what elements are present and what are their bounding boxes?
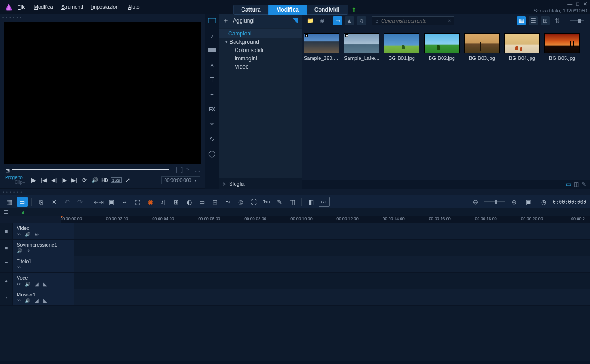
tl-list-toggle[interactable]: ☰ <box>4 209 8 215</box>
track-body-title[interactable] <box>74 256 590 272</box>
tl-color-button[interactable]: ◧ <box>306 197 317 207</box>
link-icon[interactable]: ⚯ <box>17 298 20 303</box>
tl-motion-button[interactable]: ⤳ <box>222 197 233 207</box>
mute-icon[interactable]: 🔊 <box>17 248 22 253</box>
cat-audio-icon[interactable]: ♪ <box>207 30 217 41</box>
mark-in-icon[interactable]: [ <box>176 166 177 173</box>
hd-toggle[interactable]: HD <box>100 178 109 183</box>
tl-tools-button[interactable]: ✕ <box>48 197 59 207</box>
track-head-voice[interactable]: Voce ⚯🔊◢◣ <box>13 273 74 289</box>
mode-tab-share[interactable]: Condividi <box>307 5 348 15</box>
zoom-slider[interactable] <box>484 201 505 202</box>
fx-icon[interactable]: ※ <box>27 248 30 253</box>
zoom-fit-button[interactable]: ▣ <box>523 197 534 207</box>
track-body-voice[interactable] <box>74 273 590 289</box>
tl-stretch-button[interactable]: ↔ <box>119 197 130 207</box>
fade-out-icon[interactable]: ◣ <box>43 298 47 303</box>
browse-button[interactable]: ⎘ Sfoglia <box>219 178 302 189</box>
panel-grip[interactable]: • • • • • • <box>0 14 205 21</box>
thumb-item[interactable]: BG-B03.jpg <box>464 33 500 61</box>
zoom-out-button[interactable]: ⊖ <box>470 197 481 207</box>
tl-split-screen-button[interactable]: ◫ <box>287 197 298 207</box>
mute-icon[interactable]: 🔊 <box>25 232 30 237</box>
aspect-ratio[interactable]: 16:9 <box>111 177 122 183</box>
tl-copy-attrs-button[interactable]: ⎘ <box>35 197 47 207</box>
cat-titles-icon[interactable]: A <box>207 60 217 70</box>
view-thumb-button[interactable]: ▦ <box>517 16 526 25</box>
thumb-item[interactable]: BG-B04.jpg <box>504 33 540 61</box>
tl-clock-icon[interactable]: ◷ <box>538 197 549 207</box>
track-head-overlay[interactable]: Sovrimpressione1 🔊※ <box>13 240 74 256</box>
track-body-music[interactable] <box>74 289 590 305</box>
menu-tools[interactable]: Strumenti <box>61 4 83 10</box>
track-head-video[interactable]: Video ⚯🔊※ <box>13 223 74 239</box>
cat-motion-icon[interactable]: ∿ <box>207 134 217 144</box>
menu-settings[interactable]: Impostazioni <box>91 4 120 10</box>
step-back-button[interactable]: ◀| <box>50 177 58 183</box>
step-forward-button[interactable]: |▶ <box>60 177 68 183</box>
close-button[interactable]: ✕ <box>583 1 587 7</box>
tl-multi-button[interactable]: ⊞ <box>171 197 182 207</box>
cat-overlays-icon[interactable]: ✦ <box>207 89 217 100</box>
tl-crop-button[interactable]: ⬚ <box>132 197 143 207</box>
fx-icon[interactable]: ※ <box>35 232 39 237</box>
mute-icon[interactable]: 🔊 <box>25 298 30 303</box>
import-folder-button[interactable]: 📁 <box>306 16 315 25</box>
filter-photo-button[interactable]: ▲ <box>345 16 354 25</box>
mode-tab-edit[interactable]: Modifica <box>268 5 307 15</box>
view-grid-button[interactable]: ⊞ <box>541 16 550 25</box>
tree-node-background[interactable]: ▾Background <box>219 38 302 46</box>
tree-node-samples[interactable]: Campioni <box>219 29 302 38</box>
tl-audio-button[interactable]: ♪| <box>158 197 169 207</box>
fade-in-icon[interactable]: ◢ <box>35 282 39 287</box>
volume-button[interactable]: 🔊 <box>90 177 99 183</box>
link-icon[interactable]: ⚯ <box>17 282 20 287</box>
add-media-button[interactable]: ＋ Aggiungi <box>219 14 302 28</box>
status-edit-icon[interactable]: ✎ <box>582 181 586 188</box>
mode-clip-label[interactable]: Clip– <box>5 180 25 185</box>
tl-pan-zoom-button[interactable]: ⛶ <box>248 197 259 207</box>
link-icon[interactable]: ⚯ <box>17 232 20 237</box>
cat-transitions-icon[interactable] <box>207 45 217 55</box>
cat-magic-icon[interactable]: ✧ <box>207 119 217 129</box>
cat-media-icon[interactable] <box>207 16 217 26</box>
thumb-item[interactable]: BG-B02.jpg <box>424 33 460 61</box>
timeline-timecode[interactable]: 0:00:00:000 <box>553 199 586 205</box>
play-button[interactable]: ▶ <box>30 176 38 184</box>
tl-subtitle-button[interactable]: ⊟ <box>209 197 220 207</box>
menu-help[interactable]: Aiuto <box>128 4 140 10</box>
go-start-button[interactable]: |◀ <box>40 177 48 183</box>
track-body-overlay[interactable] <box>74 240 590 256</box>
preview-timecode[interactable]: 00:00:00:000 ▾ <box>161 176 200 184</box>
search-input[interactable]: ⌕ × <box>372 16 454 25</box>
scrub-bar[interactable] <box>12 169 169 170</box>
mode-tab-capture[interactable]: Cattura <box>233 5 268 15</box>
tl-ripple-button[interactable]: ⇤⇥ <box>93 197 104 207</box>
tl-undo-button[interactable]: ↶ <box>61 197 72 207</box>
sort-button[interactable]: ⇅ <box>553 16 562 25</box>
scrub-marker-icon[interactable]: ⬔ <box>5 167 10 172</box>
tree-node-video[interactable]: Video <box>219 63 302 71</box>
tree-node-images[interactable]: Immagini <box>219 54 302 63</box>
mute-icon[interactable]: 🔊 <box>25 282 30 287</box>
zoom-in-button[interactable]: ⊕ <box>508 197 519 207</box>
search-clear-button[interactable]: × <box>448 18 451 23</box>
split-clip-icon[interactable]: ✂ <box>186 166 191 173</box>
tl-paint-button[interactable]: ✎ <box>274 197 285 207</box>
track-head-title[interactable]: Titolo1 ⚯ <box>13 256 74 272</box>
tl-fit-button[interactable]: ▣ <box>106 197 117 207</box>
tl-gif-button[interactable]: GIF <box>319 197 330 207</box>
thumb-item[interactable]: ■ Sample_Lake... <box>344 33 379 61</box>
cat-text-icon[interactable]: T <box>207 75 217 85</box>
tl-mask-button[interactable]: ◉ <box>145 197 156 207</box>
expand-icon[interactable]: ⛶ <box>195 166 200 173</box>
thumb-size-slider[interactable] <box>568 16 586 25</box>
tl-3d-title-button[interactable]: T₃ᴅ <box>261 197 272 207</box>
tree-node-colors[interactable]: Colori solidi <box>219 46 302 54</box>
thumb-item[interactable]: ■ Sample_360.m... <box>304 33 339 61</box>
minimize-button[interactable]: — <box>567 1 572 7</box>
tl-chapter-button[interactable]: ▭ <box>196 197 207 207</box>
cat-fx-icon[interactable]: FX <box>207 104 217 114</box>
view-list-button[interactable]: ☰ <box>529 16 538 25</box>
fade-out-icon[interactable]: ◣ <box>43 282 47 287</box>
